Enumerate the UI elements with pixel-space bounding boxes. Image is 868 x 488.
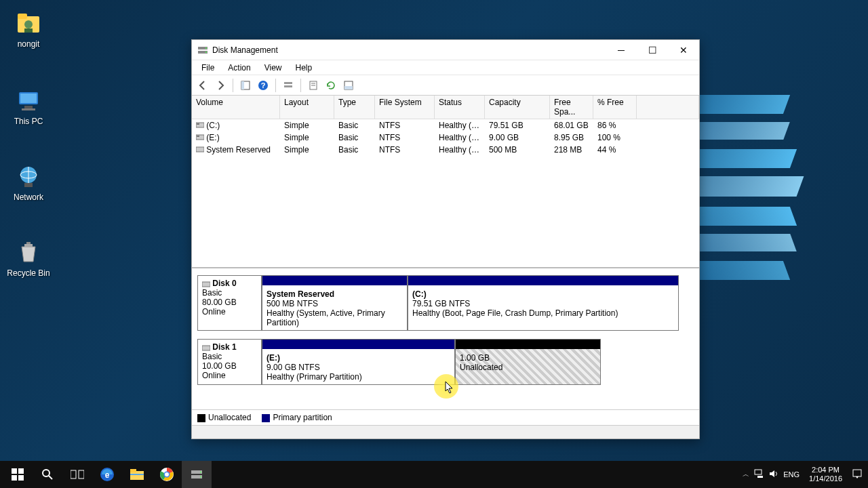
taskbar-edge[interactable]: e (92, 461, 122, 488)
col-capacity[interactable]: Capacity (485, 96, 550, 119)
statusbar (192, 425, 699, 439)
svg-point-16 (205, 52, 207, 53)
svg-rect-21 (284, 82, 292, 84)
volume-list[interactable]: Volume Layout Type File System Status Ca… (192, 96, 699, 268)
col-volume[interactable]: Volume (192, 96, 280, 119)
close-button[interactable]: ✕ (668, 40, 699, 60)
list-header: Volume Layout Type File System Status Ca… (192, 96, 699, 119)
forward-button[interactable] (212, 77, 229, 94)
svg-rect-7 (22, 108, 35, 110)
view-bottom-button[interactable] (340, 77, 357, 94)
svg-rect-55 (755, 470, 762, 474)
cursor-icon (445, 381, 456, 397)
disk-row: Disk 0Basic80.00 GBOnlineSystem Reserved… (197, 275, 694, 331)
taskbar-disk-management[interactable] (182, 461, 212, 488)
user-folder-icon (15, 9, 42, 37)
legend: Unallocated Primary partition (192, 409, 699, 425)
window-title: Disk Management (212, 45, 606, 55)
svg-text:?: ? (261, 81, 266, 89)
partition[interactable]: (C:)79.51 GB NTFSHealthy (Boot, Page Fil… (408, 275, 679, 331)
svg-rect-38 (18, 475, 24, 481)
svg-rect-22 (284, 85, 292, 87)
search-button[interactable] (33, 461, 62, 488)
svg-rect-12 (26, 242, 31, 244)
network-icon (15, 163, 42, 190)
task-view-button[interactable] (62, 461, 92, 488)
volume-row[interactable]: (E:)SimpleBasicNTFSHealthy (P...9.00 GB8… (192, 131, 699, 144)
svg-rect-57 (853, 470, 861, 476)
svg-rect-35 (12, 468, 17, 474)
this-pc-icon (15, 87, 42, 114)
desktop-icon-network[interactable]: Network (3, 163, 54, 202)
svg-rect-11 (24, 244, 33, 247)
svg-rect-29 (197, 123, 199, 125)
svg-rect-42 (79, 470, 84, 479)
tray-volume-icon[interactable] (768, 469, 779, 480)
svg-rect-27 (344, 86, 353, 89)
svg-rect-3 (24, 28, 33, 33)
view-button[interactable] (280, 77, 296, 94)
titlebar[interactable]: Disk Management ─ ☐ ✕ (192, 40, 699, 60)
refresh-button[interactable] (323, 77, 339, 94)
svg-rect-34 (202, 346, 210, 350)
partition[interactable]: (E:)9.00 GB NTFSHealthy (Primary Partiti… (262, 339, 455, 385)
svg-point-15 (205, 47, 207, 49)
desktop-icon-this-pc[interactable]: This PC (3, 87, 54, 126)
col-layout[interactable]: Layout (280, 96, 334, 119)
help-button[interactable]: ? (255, 77, 271, 94)
svg-rect-18 (241, 81, 244, 89)
menu-help[interactable]: Help (290, 62, 318, 74)
desktop-icon-label: nongit (3, 39, 54, 49)
svg-rect-1 (18, 14, 27, 19)
svg-rect-5 (20, 94, 37, 103)
tray-clock[interactable]: 2:04 PM 1/14/2016 (804, 466, 848, 483)
menu-file[interactable]: File (196, 62, 220, 74)
col-free[interactable]: Free Spa... (550, 96, 593, 119)
tray-chevron-up-icon[interactable]: ︿ (743, 470, 749, 479)
start-button[interactable] (3, 461, 33, 488)
taskbar-file-explorer[interactable] (122, 461, 152, 488)
disk-info[interactable]: Disk 1Basic10.00 GBOnline (197, 339, 262, 385)
desktop-icon-user[interactable]: nongit (3, 9, 54, 49)
minimize-button[interactable]: ─ (606, 40, 637, 60)
svg-rect-10 (24, 183, 33, 187)
taskbar-chrome[interactable] (152, 461, 182, 488)
tray-language[interactable]: ENG (783, 470, 800, 479)
show-hide-console-button[interactable] (237, 77, 254, 94)
desktop-icon-label: This PC (3, 117, 54, 126)
desktop-icon-recycle-bin[interactable]: Recycle Bin (3, 239, 54, 278)
toolbar: ? (192, 75, 699, 96)
svg-point-39 (43, 470, 50, 476)
recycle-bin-icon (15, 239, 42, 266)
tray-network-icon[interactable] (753, 469, 764, 480)
col-percent-free[interactable]: % Free (593, 96, 637, 119)
taskbar: e ︿ ENG 2:04 PM 1/14/2016 (0, 461, 868, 488)
svg-rect-47 (130, 474, 144, 475)
svg-point-54 (200, 476, 201, 478)
menu-view[interactable]: View (259, 62, 288, 74)
svg-point-53 (200, 472, 201, 473)
col-type[interactable]: Type (334, 96, 375, 119)
partition[interactable]: System Reserved500 MB NTFSHealthy (Syste… (262, 275, 408, 331)
app-icon (197, 45, 208, 56)
disk-info[interactable]: Disk 0Basic80.00 GBOnline (197, 275, 262, 331)
svg-rect-6 (24, 106, 33, 108)
unallocated-space[interactable]: 1.00 GBUnallocated (455, 339, 601, 385)
svg-text:e: e (105, 470, 110, 480)
col-status[interactable]: Status (435, 96, 485, 119)
svg-rect-31 (197, 136, 199, 137)
col-filesystem[interactable]: File System (375, 96, 435, 119)
legend-primary: Primary partition (262, 413, 332, 422)
svg-rect-56 (757, 476, 763, 478)
maximize-button[interactable]: ☐ (637, 40, 668, 60)
svg-point-2 (24, 20, 33, 28)
properties-button[interactable] (305, 77, 321, 94)
volume-row[interactable]: (C:)SimpleBasicNTFSHealthy (B...79.51 GB… (192, 119, 699, 131)
tray-notifications-icon[interactable] (852, 468, 863, 481)
menu-action[interactable]: Action (222, 62, 256, 74)
svg-point-50 (165, 472, 169, 476)
svg-rect-32 (196, 147, 204, 152)
desktop-icon-label: Recycle Bin (3, 268, 54, 278)
back-button[interactable] (195, 77, 211, 94)
volume-row[interactable]: System ReservedSimpleBasicNTFSHealthy (S… (192, 144, 699, 156)
